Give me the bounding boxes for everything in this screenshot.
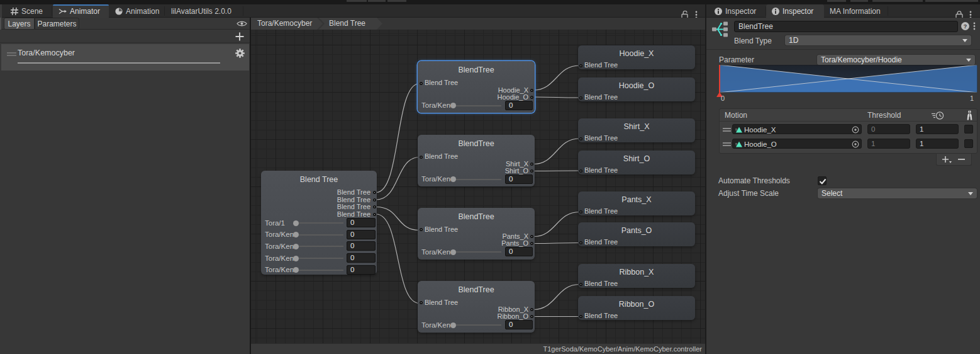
threshold-field[interactable]: 1 bbox=[867, 139, 910, 149]
slider-track[interactable] bbox=[455, 251, 501, 253]
blend-graph[interactable] bbox=[719, 65, 977, 93]
layer-settings-gear-icon[interactable] bbox=[235, 48, 245, 59]
slider-knob[interactable] bbox=[293, 256, 299, 261]
motion-node-pants-x[interactable]: Pants_X Blend Tree bbox=[578, 191, 695, 215]
slider-knob[interactable] bbox=[293, 220, 299, 226]
motion-node-ribbon-x[interactable]: Ribbon_X Blend Tree bbox=[578, 264, 695, 288]
breadcrumb-item[interactable]: Blend Tree bbox=[319, 18, 382, 30]
slider-value-field[interactable]: 0 bbox=[505, 174, 533, 184]
graph-canvas[interactable]: Blend Tree Blend Tree Blend Tree Blend T… bbox=[251, 30, 705, 343]
kebab-menu-icon[interactable] bbox=[973, 22, 976, 30]
slider-track[interactable] bbox=[297, 270, 343, 271]
output-port[interactable] bbox=[530, 89, 533, 92]
speed-field[interactable]: 1 bbox=[916, 124, 959, 134]
tab-inspector-2[interactable]: Inspector bbox=[766, 4, 824, 18]
add-motion-icon[interactable] bbox=[942, 156, 952, 164]
motion-node-hoodie-x[interactable]: Hoodie_X Blend Tree bbox=[578, 45, 695, 69]
slider-value-field[interactable]: 0 bbox=[505, 247, 533, 256]
motion-object-field[interactable]: Hoodie_O bbox=[732, 139, 862, 149]
slider-track[interactable] bbox=[455, 179, 501, 180]
motion-node-ribbon-o[interactable]: Ribbon_O Blend Tree bbox=[578, 296, 695, 320]
slider-value-field[interactable]: 0 bbox=[347, 241, 376, 251]
output-port[interactable] bbox=[530, 315, 533, 318]
speed-field[interactable]: 1 bbox=[916, 139, 959, 149]
slider-knob[interactable] bbox=[450, 249, 456, 255]
output-port[interactable] bbox=[373, 191, 376, 194]
threshold-field[interactable]: 0 bbox=[867, 124, 910, 134]
layers-button[interactable]: Layers bbox=[4, 18, 35, 30]
object-picker-icon[interactable] bbox=[852, 140, 859, 148]
output-port[interactable] bbox=[373, 198, 376, 202]
input-port[interactable] bbox=[579, 137, 582, 140]
tab-ma-information[interactable]: MA Information bbox=[824, 4, 888, 18]
motion-node-hoodie-o[interactable]: Hoodie_O Blend Tree bbox=[578, 77, 695, 101]
parameter-dropdown[interactable]: Tora/Kemocyber/Hoodie bbox=[817, 55, 975, 65]
input-port[interactable] bbox=[420, 156, 423, 159]
remove-motion-icon[interactable] bbox=[958, 159, 965, 161]
tab-inspector-1[interactable]: Inspector bbox=[709, 4, 766, 18]
tab-animation[interactable]: Animation bbox=[109, 4, 165, 18]
output-port[interactable] bbox=[530, 96, 533, 99]
input-port[interactable] bbox=[579, 169, 582, 173]
automate-thresholds-checkbox[interactable] bbox=[818, 176, 827, 185]
add-layer-plus-icon[interactable] bbox=[235, 32, 244, 41]
slider-knob[interactable] bbox=[450, 103, 456, 108]
input-port[interactable] bbox=[420, 82, 423, 85]
output-port[interactable] bbox=[530, 163, 533, 166]
blend-type-dropdown[interactable]: 1D bbox=[785, 35, 971, 45]
blendtree-node-hoodie[interactable]: BlendTree Blend Tree Hoodie_X Hoodie_O T… bbox=[418, 61, 535, 113]
tab-scene[interactable]: Scene bbox=[5, 4, 52, 18]
slider-knob[interactable] bbox=[293, 232, 299, 237]
mirror-checkbox[interactable] bbox=[964, 139, 973, 148]
output-port[interactable] bbox=[530, 235, 533, 238]
slider-knob[interactable] bbox=[293, 267, 299, 273]
motion-object-field[interactable]: Hoodie_X bbox=[732, 124, 862, 134]
slider-value-field[interactable]: 0 bbox=[347, 253, 376, 263]
slider-knob[interactable] bbox=[450, 176, 456, 182]
input-port[interactable] bbox=[579, 96, 582, 100]
slider-value-field[interactable]: 0 bbox=[505, 320, 533, 329]
input-port[interactable] bbox=[579, 210, 582, 214]
output-port[interactable] bbox=[373, 213, 376, 216]
output-port[interactable] bbox=[530, 169, 533, 173]
slider-track[interactable] bbox=[297, 234, 343, 236]
breadcrumb-item[interactable]: Tora/Kemocyber bbox=[251, 18, 323, 30]
blendtree-node-pants[interactable]: BlendTree Blend Tree Pants_X Pants_O Tor… bbox=[418, 208, 535, 260]
input-port[interactable] bbox=[420, 228, 423, 231]
input-port[interactable] bbox=[420, 301, 423, 304]
layer-weight-slider[interactable] bbox=[18, 62, 220, 64]
eye-icon[interactable] bbox=[237, 20, 247, 27]
motion-node-shirt-x[interactable]: Shirt_X Blend Tree bbox=[578, 118, 695, 142]
input-port[interactable] bbox=[579, 283, 582, 286]
slider-track[interactable] bbox=[455, 105, 501, 106]
slider-knob[interactable] bbox=[293, 244, 299, 249]
slider-value-field[interactable]: 0 bbox=[347, 230, 376, 239]
output-port[interactable] bbox=[530, 242, 533, 245]
slider-knob[interactable] bbox=[450, 323, 456, 328]
blendtree-name-field[interactable]: BlendTree bbox=[734, 21, 958, 32]
input-port[interactable] bbox=[579, 315, 582, 318]
input-port[interactable] bbox=[579, 64, 582, 67]
output-port[interactable] bbox=[373, 205, 376, 208]
slider-track[interactable] bbox=[297, 222, 343, 224]
blendtree-node-shirt[interactable]: BlendTree Blend Tree Shirt_X Shirt_O Tor… bbox=[418, 135, 535, 186]
motion-row[interactable]: Hoodie_O 1 1 bbox=[720, 139, 977, 150]
parameters-button[interactable]: Parameters bbox=[35, 18, 79, 30]
motion-row[interactable]: Hoodie_X 0 1 bbox=[720, 124, 977, 135]
mirror-checkbox[interactable] bbox=[964, 125, 973, 134]
tab-animator[interactable]: Animator bbox=[53, 4, 109, 18]
motion-node-shirt-o[interactable]: Shirt_O Blend Tree bbox=[578, 151, 695, 174]
layer-item[interactable]: Tora/Kemocyber bbox=[1, 44, 249, 71]
motion-node-pants-o[interactable]: Pants_O Blend Tree bbox=[578, 222, 695, 246]
slider-track[interactable] bbox=[297, 258, 343, 259]
slider-value-field[interactable]: 0 bbox=[347, 218, 376, 227]
slider-value-field[interactable]: 0 bbox=[347, 265, 376, 275]
blend-tree-root-node[interactable]: Blend Tree Blend Tree Blend Tree Blend T… bbox=[261, 171, 377, 275]
blendtree-node-ribbon[interactable]: BlendTree Blend Tree Ribbon_X Ribbon_O T… bbox=[418, 281, 535, 333]
tab-lilavatarutils[interactable]: lilAvatarUtils 2.0.0 bbox=[165, 4, 243, 18]
output-port[interactable] bbox=[530, 308, 533, 311]
adjust-time-scale-dropdown[interactable]: Select bbox=[818, 188, 977, 198]
slider-track[interactable] bbox=[455, 324, 501, 326]
input-port[interactable] bbox=[579, 241, 582, 244]
object-picker-icon[interactable] bbox=[852, 126, 859, 134]
